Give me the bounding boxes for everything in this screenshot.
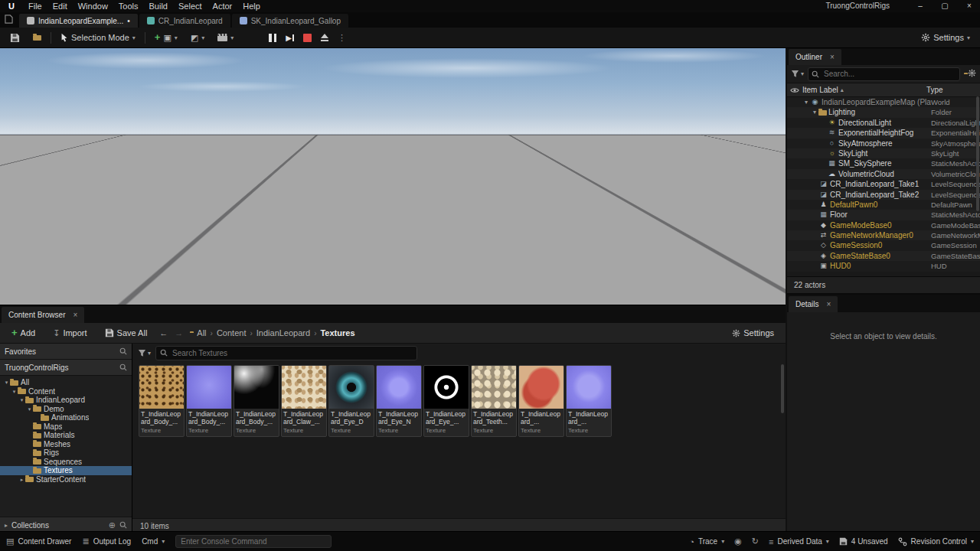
- outliner-filter-button[interactable]: ▾: [791, 70, 804, 78]
- asset-tile-t-indianleopard-eye-d[interactable]: T_IndianLeopard_Eye_DTexture: [328, 365, 374, 437]
- console-command-input[interactable]: [175, 535, 332, 548]
- eject-button[interactable]: [321, 34, 328, 41]
- outliner-scrollbar[interactable]: [976, 96, 979, 211]
- outliner-row-gamestatebase0[interactable]: ◈GameStateBase0GameStateBase: [787, 251, 980, 261]
- tab-details[interactable]: Details ×: [789, 296, 838, 312]
- visibility-column-header[interactable]: [787, 86, 802, 94]
- cinematics-button[interactable]: ▾: [214, 32, 237, 43]
- favorites-header[interactable]: Favorites: [0, 344, 132, 360]
- folder-item-sequences[interactable]: Sequences: [0, 458, 132, 467]
- asset-tile-t-indianleopard[interactable]: T_IndianLeopard_...Texture: [518, 365, 564, 437]
- save-all-button[interactable]: Save All: [100, 327, 153, 339]
- insights-icon[interactable]: ◉: [734, 536, 742, 546]
- asset-tile-t-indianleopard-teeth[interactable]: T_IndianLeopard_Teeth...Texture: [471, 365, 517, 437]
- collapse-arrow-icon[interactable]: ▾: [811, 107, 818, 117]
- project-source-header[interactable]: TruongControlRigs: [0, 360, 132, 376]
- leopard-character[interactable]: [115, 145, 436, 237]
- folder-item-content[interactable]: ▾Content: [0, 387, 132, 396]
- collapse-arrow-icon[interactable]: ▾: [26, 405, 33, 414]
- breadcrumb-textures[interactable]: Textures: [320, 328, 354, 337]
- expand-arrow-icon[interactable]: ▸: [18, 475, 25, 484]
- breadcrumb-indianleopard[interactable]: IndianLeopard: [256, 328, 310, 337]
- search-icon[interactable]: [119, 364, 127, 371]
- asset-tab-indianleopardexample[interactable]: IndianLeopardExample...•: [19, 14, 138, 28]
- asset-tile-t-indianleopard-eye[interactable]: T_IndianLeopard_Eye_...Texture: [423, 365, 469, 437]
- import-button[interactable]: ↧ Import: [47, 327, 92, 340]
- viewport[interactable]: [0, 47, 786, 305]
- outliner-row-exponentialheightfog[interactable]: ≋ExponentialHeightFogExponentialHeightFo…: [787, 128, 980, 138]
- folder-item-textures[interactable]: Textures: [0, 466, 132, 475]
- outliner-row-hud0[interactable]: ▣HUD0HUD: [787, 261, 980, 271]
- stop-button[interactable]: [303, 34, 312, 42]
- collections-header[interactable]: ▸ Collections ⊕: [0, 517, 132, 533]
- menu-edit[interactable]: Edit: [47, 0, 73, 12]
- asset-tab-sk-indianleopard-gallop[interactable]: SK_IndianLeopard_Gallop: [232, 14, 348, 28]
- outliner-row-skyatmosphere[interactable]: ○SkyAtmosphereSkyAtmosphere: [787, 139, 980, 148]
- asset-tab-cr-indianleopard[interactable]: CR_IndianLeopard: [139, 14, 230, 28]
- outliner-row-sm-skysphere[interactable]: ▦SM_SkySphereStaticMeshActor: [787, 158, 980, 168]
- folder-item-indianleopard[interactable]: ▾IndianLeopard: [0, 396, 132, 405]
- output-log-button[interactable]: ≣ Output Log: [82, 536, 131, 546]
- outliner-row-cr-indianleopard-take1[interactable]: ◪CR_IndianLeopard_Take1LevelSequenceActo…: [787, 179, 980, 189]
- outliner-row-gamenetworkmanager0[interactable]: ⇄GameNetworkManager0GameNetworkManager: [787, 230, 980, 240]
- refresh-icon[interactable]: ↻: [752, 536, 759, 546]
- unreal-logo-icon[interactable]: U: [0, 2, 23, 11]
- folder-item-animations[interactable]: Animations: [0, 413, 132, 422]
- menu-file[interactable]: File: [23, 0, 47, 12]
- outliner-row-indianleopardexamplemap-play[interactable]: ▾◉IndianLeopardExampleMap (PlayWorld: [787, 97, 980, 107]
- menu-help[interactable]: Help: [237, 0, 266, 12]
- menu-select[interactable]: Select: [173, 0, 207, 12]
- item-label-column-header[interactable]: Item Label ▴: [802, 86, 926, 94]
- outliner-row-volumetriccloud[interactable]: ☁VolumetricCloudVolumetricCloud: [787, 169, 980, 179]
- asset-tile-t-indianleopard-claw[interactable]: T_IndianLeopard_Claw_...Texture: [281, 365, 327, 437]
- asset-tile-t-indianleopard-body[interactable]: T_IndianLeopard_Body_...Texture: [234, 365, 279, 437]
- blueprints-button[interactable]: ◩ ▾: [187, 31, 208, 44]
- outliner-row-floor[interactable]: ▦FloorStaticMeshActor: [787, 210, 980, 220]
- menu-window[interactable]: Window: [73, 0, 113, 12]
- folder-item-startercontent[interactable]: ▸StarterContent: [0, 475, 132, 484]
- cmd-dropdown[interactable]: Cmd ▾: [142, 537, 165, 546]
- search-icon[interactable]: [119, 521, 127, 529]
- pause-button[interactable]: [269, 34, 276, 42]
- frame-skip-button[interactable]: ▶: [286, 34, 294, 42]
- outliner-row-gamemodebase0[interactable]: ◆GameModeBase0GameModeBase: [787, 220, 980, 230]
- browse-to-asset-button[interactable]: [29, 33, 45, 42]
- outliner-row-cr-indianleopard-take2[interactable]: ◪CR_IndianLeopard_Take2LevelSequenceActo…: [787, 190, 980, 200]
- folder-item-demo[interactable]: ▾Demo: [0, 405, 132, 414]
- collapse-arrow-icon[interactable]: ▾: [18, 396, 25, 405]
- folder-item-rigs[interactable]: Rigs: [0, 448, 132, 458]
- outliner-row-defaultpawn0[interactable]: ♟DefaultPawn0DefaultPawn: [787, 200, 980, 210]
- collapse-arrow-icon[interactable]: ▾: [3, 378, 10, 387]
- minimize-button[interactable]: –: [916, 0, 925, 12]
- back-button[interactable]: ←: [159, 328, 168, 337]
- save-button[interactable]: [6, 31, 24, 44]
- collapse-arrow-icon[interactable]: ▾: [11, 387, 18, 396]
- play-options-menu[interactable]: ⋮: [338, 33, 346, 43]
- close-button[interactable]: ×: [965, 0, 974, 12]
- asset-tile-t-indianleopard-body[interactable]: T_IndianLeopard_Body_...Texture: [139, 365, 185, 437]
- menu-actor[interactable]: Actor: [207, 0, 238, 12]
- outliner-row-skylight[interactable]: ☼SkyLightSkyLight: [787, 148, 980, 158]
- outliner-row-gamesession0[interactable]: ◇GameSession0GameSession: [787, 240, 980, 250]
- maximize-button[interactable]: ▢: [940, 0, 949, 12]
- breadcrumb-content[interactable]: Content: [217, 328, 247, 337]
- add-actor-button[interactable]: + ▣ ▾: [151, 31, 181, 44]
- folder-item-materials[interactable]: Materials: [0, 431, 132, 440]
- content-browser-settings-button[interactable]: Settings: [727, 327, 779, 339]
- tab-content-browser[interactable]: Content Browser ×: [2, 307, 84, 323]
- outliner-search-input[interactable]: [822, 69, 956, 79]
- asset-tile-t-indianleopard-body[interactable]: T_IndianLeopard_Body_...Texture: [186, 365, 232, 437]
- type-column-header[interactable]: Type: [926, 86, 975, 94]
- content-drawer-button[interactable]: ▤ Content Drawer: [6, 536, 71, 546]
- close-icon[interactable]: ×: [830, 53, 835, 61]
- search-icon[interactable]: [119, 347, 127, 355]
- add-collection-icon[interactable]: ⊕: [109, 520, 116, 530]
- folder-item-maps[interactable]: Maps: [0, 422, 132, 432]
- outliner-row-directionallight[interactable]: ☀DirectionalLightDirectionalLight: [787, 118, 980, 128]
- breadcrumb-all[interactable]: All: [197, 328, 206, 337]
- asset-tile-t-indianleopard[interactable]: T_IndianLeopard_...Texture: [566, 365, 612, 437]
- asset-tile-t-indianleopard-eye-n[interactable]: T_IndianLeopard_Eye_NTexture: [376, 365, 422, 437]
- outliner-row-lighting[interactable]: ▾LightingFolder: [787, 107, 980, 117]
- trace-button[interactable]: ◔ Trace ▾: [689, 537, 724, 546]
- menu-build[interactable]: Build: [144, 0, 173, 12]
